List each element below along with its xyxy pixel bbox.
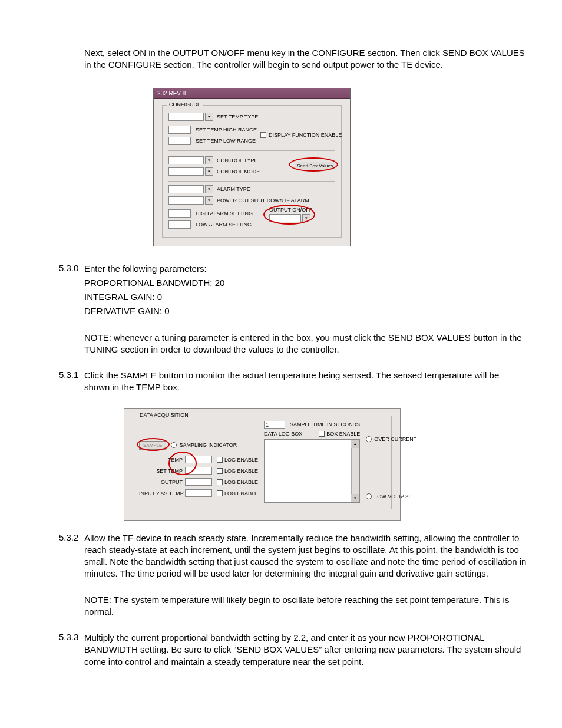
section-530: 5.3.0 Enter the following parameters: PR… bbox=[59, 263, 527, 358]
temp-label: TEMP bbox=[139, 457, 183, 463]
log-enable-checkbox[interactable] bbox=[217, 457, 223, 463]
chevron-down-icon[interactable]: ▾ bbox=[205, 113, 213, 121]
output-onoff-input[interactable] bbox=[269, 214, 301, 222]
sec530-line2: PROPORTIONAL BANDWIDTH: 20 bbox=[84, 277, 527, 289]
box-enable-checkbox[interactable] bbox=[319, 431, 325, 437]
high-alarm-label: HIGH ALARM SETTING bbox=[196, 210, 253, 216]
log-enable-label: LOG ENABLE bbox=[224, 479, 258, 485]
control-mode-input[interactable] bbox=[168, 167, 204, 176]
log-enable-checkbox[interactable] bbox=[217, 490, 223, 496]
section-number: 5.3.0 bbox=[59, 263, 84, 358]
display-fn-label: DISPLAY FUNCTION ENABLE bbox=[269, 132, 342, 138]
send-box-values-button[interactable]: Send Box Values bbox=[295, 162, 335, 170]
sample-button[interactable]: SAMPLE bbox=[139, 441, 166, 450]
sec530-note: NOTE: whenever a tuning parameter is ent… bbox=[84, 332, 527, 356]
low-range-input[interactable] bbox=[168, 137, 191, 145]
sec530-line4: DERIVATIVE GAIN: 0 bbox=[84, 305, 527, 317]
sec532-p1: Allow the TE device to reach steady stat… bbox=[84, 532, 527, 580]
data-log-box[interactable]: ▴ ▾ bbox=[264, 439, 360, 503]
low-alarm-label: LOW ALARM SETTING bbox=[196, 222, 252, 228]
sec531-text: Click the SAMPLE button to monitor the a… bbox=[84, 370, 527, 394]
low-voltage-label: LOW VOLTAGE bbox=[374, 493, 412, 499]
log-enable-label: LOG ENABLE bbox=[224, 468, 258, 474]
sec530-line3: INTEGRAL GAIN: 0 bbox=[84, 291, 527, 303]
data-acquisition-screenshot: DATA ACQUISITION SAMPLE SAMPLING INDICAT… bbox=[124, 408, 401, 521]
section-531: 5.3.1 Click the SAMPLE button to monitor… bbox=[59, 370, 527, 396]
window-title: 232 REV 8 bbox=[154, 88, 350, 99]
low-range-label: SET TEMP LOW RANGE bbox=[196, 138, 256, 144]
control-type-input[interactable] bbox=[168, 156, 204, 164]
control-mode-label: CONTROL MODE bbox=[217, 169, 260, 174]
log-enable-label: LOG ENABLE bbox=[224, 457, 258, 463]
input2-label: INPUT 2 AS TEMP. bbox=[139, 490, 183, 496]
high-alarm-input[interactable] bbox=[168, 209, 191, 218]
power-out-label: POWER OUT SHUT DOWN IF ALARM bbox=[217, 197, 309, 203]
control-type-label: CONTROL TYPE bbox=[217, 157, 258, 163]
output-input[interactable] bbox=[185, 478, 212, 486]
box-enable-label: BOX ENABLE bbox=[326, 431, 360, 437]
section-533: 5.3.3 Multiply the current proportional … bbox=[59, 632, 527, 670]
chevron-up-icon[interactable]: ▴ bbox=[351, 440, 359, 448]
chevron-down-icon[interactable]: ▾ bbox=[205, 156, 213, 164]
sampling-indicator-radio[interactable] bbox=[171, 442, 177, 448]
output-onoff-label: OUTPUT ON/OFF bbox=[269, 207, 312, 213]
sample-time-label: SAMPLE TIME IN SECONDS bbox=[290, 421, 360, 427]
over-current-radio[interactable] bbox=[366, 436, 372, 442]
sec533-text: Multiply the current proportional bandwi… bbox=[84, 632, 527, 668]
intro-text: Next, select ON in the OUTPUT ON/OFF men… bbox=[84, 47, 527, 71]
configure-legend: CONFIGURE bbox=[167, 101, 203, 107]
set-temp-type-input[interactable] bbox=[168, 113, 204, 121]
sample-time-input[interactable]: 1 bbox=[264, 421, 285, 429]
log-enable-checkbox[interactable] bbox=[217, 468, 223, 474]
section-532: 5.3.2 Allow the TE device to reach stead… bbox=[59, 532, 527, 621]
power-out-input[interactable] bbox=[168, 196, 204, 205]
alarm-type-label: ALARM TYPE bbox=[217, 186, 250, 192]
output-label: OUTPUT bbox=[139, 479, 183, 485]
section-number: 5.3.2 bbox=[59, 532, 84, 621]
chevron-down-icon[interactable]: ▾ bbox=[205, 185, 213, 193]
temp-input[interactable] bbox=[185, 456, 212, 463]
data-log-box-label: DATA LOG BOX bbox=[264, 431, 302, 437]
set-temp-type-label: SET TEMP TYPE bbox=[217, 114, 258, 120]
high-range-label: SET TEMP HIGH RANGE bbox=[196, 127, 257, 133]
settemp-label: SET TEMP bbox=[139, 468, 183, 474]
display-fn-checkbox[interactable] bbox=[260, 132, 266, 138]
log-enable-label: LOG ENABLE bbox=[224, 490, 258, 496]
chevron-down-icon[interactable]: ▾ bbox=[351, 494, 359, 502]
low-alarm-input[interactable] bbox=[168, 220, 191, 229]
chevron-down-icon[interactable]: ▾ bbox=[302, 214, 310, 222]
sec532-note: NOTE: The system temperature will likely… bbox=[84, 594, 527, 618]
chevron-down-icon[interactable]: ▾ bbox=[205, 196, 213, 205]
sec530-line1: Enter the following parameters: bbox=[84, 263, 527, 275]
high-range-input[interactable] bbox=[168, 126, 191, 134]
settemp-input[interactable] bbox=[185, 467, 212, 475]
sampling-indicator-label: SAMPLING INDICATOR bbox=[179, 442, 237, 448]
configure-screenshot: 232 REV 8 CONFIGURE ▾ SET TEMP TYPE SET … bbox=[153, 88, 351, 246]
over-current-label: OVER CURRENT bbox=[374, 436, 416, 442]
alarm-type-input[interactable] bbox=[168, 185, 204, 193]
daq-legend: DATA ACQUISITION bbox=[138, 412, 190, 418]
scrollbar[interactable] bbox=[351, 440, 359, 502]
low-voltage-radio[interactable] bbox=[366, 493, 372, 499]
log-enable-checkbox[interactable] bbox=[217, 479, 223, 485]
input2-input[interactable] bbox=[185, 489, 212, 497]
section-number: 5.3.3 bbox=[59, 632, 84, 670]
section-number: 5.3.1 bbox=[59, 370, 84, 396]
chevron-down-icon[interactable]: ▾ bbox=[205, 167, 213, 176]
